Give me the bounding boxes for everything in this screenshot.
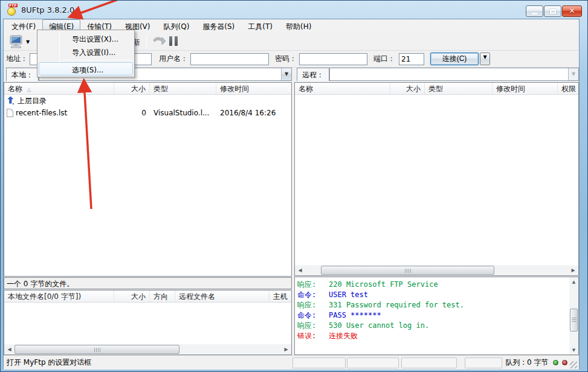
- local-tab[interactable]: 本地：: [6, 68, 39, 81]
- scroll-down-icon[interactable]: ▼: [569, 345, 578, 354]
- status-panel: [465, 358, 502, 368]
- connect-site-button[interactable]: ▼: [8, 34, 35, 49]
- status-panel: [347, 358, 399, 368]
- toolbar-separator: [146, 36, 147, 48]
- log-vertical-scrollbar[interactable]: ▲ ▼: [569, 277, 578, 354]
- remote-file-list: 名称 大小 类型 修改时间 权限 ◀ ▶: [294, 82, 579, 276]
- remote-path-combo: ▼: [329, 68, 579, 81]
- minimize-button[interactable]: [526, 5, 543, 17]
- menu-item-options[interactable]: 选项(S)...: [39, 62, 133, 75]
- menu-queue[interactable]: 队列(Q): [157, 19, 196, 33]
- column-header-name[interactable]: 名称△: [4, 83, 114, 94]
- sort-ascending-icon: △: [27, 87, 31, 92]
- log-entry: 错误:连接失败: [297, 331, 569, 341]
- column-header-size[interactable]: 大小: [390, 83, 425, 94]
- port-input[interactable]: [399, 53, 424, 65]
- queue-columns-header: 本地文件名[0/0 字节]) 大小 方向 远程文件名 主机: [4, 290, 291, 303]
- menu-server[interactable]: 服务器(S): [196, 19, 241, 33]
- status-red-indicator-icon: [562, 360, 567, 365]
- chevron-down-icon: ▼: [483, 54, 486, 60]
- file-icon: [7, 109, 13, 117]
- connect-dropdown-button[interactable]: ▼: [480, 53, 490, 65]
- scrollbar-thumb[interactable]: [321, 266, 494, 275]
- column-header-remote-filename[interactable]: 远程文件名: [175, 290, 270, 302]
- menu-item-export-settings[interactable]: 导出设置(X)...: [39, 31, 133, 45]
- column-header-local-filename[interactable]: 本地文件名[0/0 字节]): [4, 290, 114, 302]
- list-item-file[interactable]: recent-files.lst 0 VisualStudio.l... 201…: [4, 107, 291, 119]
- menu-item-import-settings[interactable]: 导入设置(I)...: [39, 45, 133, 58]
- chevron-down-icon: ▼: [568, 68, 578, 80]
- window-title: 8UFtp 3.8.2.0: [21, 5, 74, 14]
- local-file-list: 名称△ 大小 类型 修改时间 上层目录: [4, 82, 292, 277]
- maximize-icon: [550, 9, 556, 14]
- password-label: 密码：: [275, 54, 297, 64]
- column-header-direction[interactable]: 方向: [150, 290, 175, 302]
- column-header-modified[interactable]: 修改时间: [216, 83, 291, 94]
- status-panel: [401, 358, 457, 368]
- up-directory-icon: [7, 97, 15, 105]
- app-window: FTP 8UFtp 3.8.2.0 ✕ 文件(F) 编辑(E) 传输(T) 视图…: [0, 0, 588, 372]
- column-header-type[interactable]: 类型: [150, 83, 216, 94]
- scrollbar-thumb[interactable]: [570, 309, 578, 332]
- queue-horizontal-scrollbar[interactable]: ◀ ▶: [4, 344, 291, 354]
- transfer-queue-panel: 本地文件名[0/0 字节]) 大小 方向 远程文件名 主机 ◀ ▶: [4, 290, 292, 355]
- remote-tab[interactable]: 远程：: [297, 68, 329, 81]
- port-label: 端口：: [373, 54, 395, 64]
- log-entry: 命令:PASS *******: [297, 310, 569, 321]
- status-panel: [292, 358, 346, 368]
- chevron-down-icon: ▼: [26, 39, 30, 45]
- menu-tools[interactable]: 工具(T): [241, 19, 279, 33]
- column-header-host[interactable]: 主机: [270, 290, 291, 302]
- remote-columns-header: 名称 大小 类型 修改时间 权限: [295, 83, 578, 95]
- column-header-type[interactable]: 类型: [425, 83, 493, 94]
- close-icon: ✕: [563, 7, 581, 15]
- status-message: 打开 MyFtp 的设置对话框: [4, 358, 292, 368]
- queue-size-status: 队列 : 0 字节: [505, 358, 549, 368]
- edit-menu-dropdown: 导出设置(X)... 导入设置(I)... 选项(S)...: [37, 30, 135, 77]
- column-header-modified[interactable]: 修改时间: [493, 83, 558, 94]
- scrollbar-thumb[interactable]: [15, 345, 179, 354]
- password-input[interactable]: [299, 53, 367, 65]
- log-entry: 响应:220 Microsoft FTP Service: [297, 280, 569, 290]
- local-pane: 本地： ▼ 名称△ 大小 类型 修改时间: [4, 68, 292, 355]
- username-input[interactable]: [190, 53, 269, 65]
- app-icon: FTP: [7, 5, 18, 16]
- log-entry: 响应:331 Password required for test.: [297, 300, 569, 310]
- remote-horizontal-scrollbar[interactable]: ◀ ▶: [295, 265, 578, 275]
- status-green-indicator-icon: [553, 360, 558, 365]
- column-header-name[interactable]: 名称: [295, 83, 390, 94]
- computer-icon: [8, 34, 24, 49]
- remote-pane: 远程： ▼ 名称 大小 类型 修改时间 权限 ◀: [294, 68, 579, 355]
- chevron-down-icon[interactable]: ▼: [281, 68, 291, 80]
- connect-button[interactable]: 连接(C): [430, 53, 479, 65]
- log-entry: 命令:USER test: [297, 290, 569, 300]
- scroll-right-icon[interactable]: ▶: [281, 344, 291, 354]
- scroll-left-icon[interactable]: ◀: [295, 265, 305, 275]
- local-columns-header: 名称△ 大小 类型 修改时间: [4, 83, 291, 95]
- column-header-size[interactable]: 大小: [114, 290, 150, 302]
- log-panel: 响应:220 Microsoft FTP Service 命令:USER tes…: [294, 277, 579, 355]
- maximize-button[interactable]: [544, 5, 561, 17]
- address-label: 地址：: [6, 54, 28, 64]
- minimize-icon: [532, 13, 538, 14]
- pause-icon[interactable]: [169, 36, 178, 46]
- main-area: 本地： ▼ 名称△ 大小 类型 修改时间: [4, 68, 579, 355]
- titlebar: FTP 8UFtp 3.8.2.0 ✕: [1, 1, 587, 19]
- menu-help[interactable]: 帮助(H): [279, 19, 318, 33]
- column-header-size[interactable]: 大小: [114, 83, 150, 94]
- local-status-text: 一个 0 字节的文件。: [4, 277, 292, 289]
- scroll-left-icon[interactable]: ◀: [4, 344, 15, 354]
- status-bar: 打开 MyFtp 的设置对话框 队列 : 0 字节: [4, 355, 579, 370]
- column-header-permissions[interactable]: 权限: [558, 83, 578, 94]
- scroll-right-icon[interactable]: ▶: [568, 265, 578, 275]
- close-button[interactable]: ✕: [562, 5, 582, 17]
- menu-separator: [62, 60, 132, 60]
- log-entry: 响应:530 User cannot log in.: [297, 321, 569, 331]
- resize-grip[interactable]: [570, 361, 577, 368]
- list-item-parent-directory[interactable]: 上层目录: [4, 95, 291, 107]
- transfer-icon[interactable]: [152, 36, 167, 47]
- scroll-up-icon[interactable]: ▲: [569, 277, 578, 286]
- username-label: 用户名：: [159, 54, 188, 64]
